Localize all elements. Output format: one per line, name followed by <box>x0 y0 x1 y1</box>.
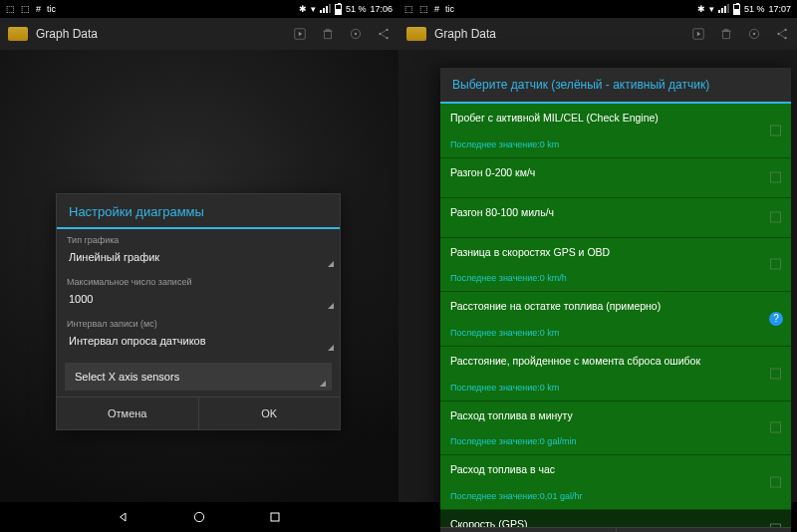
battery-label: 51 % <box>744 4 765 14</box>
svg-point-12 <box>777 33 779 35</box>
wifi-icon: ▾ <box>709 4 714 14</box>
notif-icon: ⬚ <box>21 4 30 14</box>
sensor-item[interactable]: Расстояние на остатке топлива (примерно)… <box>440 292 791 347</box>
battery-icon <box>733 4 740 15</box>
field-label-type: Тип графика <box>57 229 340 247</box>
back-icon[interactable] <box>116 509 132 525</box>
bluetooth-icon: ✱ <box>697 4 705 14</box>
dialog-title: Настройки диаграммы <box>57 194 340 229</box>
app-title: Graph Data <box>36 27 285 41</box>
bluetooth-icon: ✱ <box>299 4 307 14</box>
ok-button[interactable]: OK <box>199 398 341 429</box>
checkbox-icon[interactable] <box>770 259 781 270</box>
field-label-interval: Интервал записи (мс) <box>57 313 340 331</box>
checkbox-icon[interactable] <box>770 368 781 379</box>
svg-point-2 <box>355 33 357 35</box>
play-icon[interactable] <box>293 27 307 41</box>
signal-icon <box>718 4 729 15</box>
trash-icon[interactable] <box>719 27 733 41</box>
svg-point-4 <box>379 33 381 35</box>
notif-icon: ⬚ <box>404 4 413 14</box>
status-bar: ⬚ ⬚ # tic ✱ ▾ 51 % 17:07 <box>398 0 797 18</box>
notif-icon: ⬚ <box>419 4 428 14</box>
sensor-item[interactable]: Расход топлива в час Последнее значение:… <box>440 455 791 510</box>
select-x-axis-button[interactable]: Select X axis sensors <box>65 363 332 391</box>
app-bar: Graph Data <box>0 18 398 50</box>
max-records-spinner[interactable]: 1000 <box>57 289 340 313</box>
svg-point-5 <box>386 37 388 39</box>
chart-type-spinner[interactable]: Линейный график <box>57 247 340 271</box>
svg-point-11 <box>784 29 786 31</box>
signal-icon <box>320 4 331 15</box>
target-icon[interactable] <box>747 27 761 41</box>
sensor-item[interactable]: Пробег с активной MIL/CEL (Check Engine)… <box>440 104 791 158</box>
sensor-item[interactable]: Разница в скоростях GPS и OBD Последнее … <box>440 238 791 293</box>
svg-point-6 <box>194 512 203 521</box>
chart-settings-dialog: Настройки диаграммы Тип графика Линейный… <box>56 193 341 430</box>
svg-point-10 <box>753 33 755 35</box>
cancel-button[interactable]: Отмена <box>57 398 199 429</box>
app-bar: Graph Data <box>398 18 797 50</box>
interval-spinner[interactable]: Интервал опроса датчиков <box>57 331 340 355</box>
carrier-label: tic <box>47 4 56 14</box>
checkbox-icon[interactable] <box>770 524 781 527</box>
sensor-select-dialog: Выберите датчик (зелёный - активный датч… <box>440 68 791 532</box>
target-icon[interactable] <box>349 27 363 41</box>
recents-icon[interactable] <box>267 509 283 525</box>
share-icon[interactable] <box>775 27 789 41</box>
checkbox-icon[interactable] <box>770 212 781 223</box>
app-icon <box>406 27 426 41</box>
sensor-item[interactable]: Скорость (GPS) <box>440 510 791 527</box>
notif-icon: ⬚ <box>6 4 15 14</box>
app-icon <box>8 27 28 41</box>
play-icon[interactable] <box>691 27 705 41</box>
svg-point-3 <box>386 29 388 31</box>
home-icon[interactable] <box>191 509 207 525</box>
share-icon[interactable] <box>377 27 391 41</box>
battery-icon <box>335 4 342 15</box>
status-bar: ⬚ ⬚ # tic ✱ ▾ 51 % 17:06 <box>0 0 398 18</box>
clock: 17:07 <box>768 4 791 14</box>
sensor-item[interactable]: Разгон 0-200 км/ч <box>440 158 791 198</box>
wifi-icon: ▾ <box>311 4 316 14</box>
hash-icon: # <box>36 4 41 14</box>
checkbox-icon[interactable] <box>770 125 781 135</box>
dialog-title: Выберите датчик (зелёный - активный датч… <box>440 68 791 104</box>
cancel-button[interactable]: Отмена <box>440 528 617 532</box>
field-label-max: Максимальное число записей <box>57 271 340 289</box>
sensor-item[interactable]: Расстояние, пройденное с момента сброса … <box>440 347 791 401</box>
sensor-item[interactable]: Разгон 80-100 миль/ч <box>440 198 791 238</box>
ok-button[interactable]: OK <box>617 528 792 532</box>
trash-icon[interactable] <box>321 27 335 41</box>
app-title: Graph Data <box>434 27 683 41</box>
carrier-label: tic <box>445 4 454 14</box>
sensor-list[interactable]: Пробег с активной MIL/CEL (Check Engine)… <box>440 104 791 527</box>
clock: 17:06 <box>370 4 393 14</box>
svg-point-13 <box>784 37 786 39</box>
checkbox-icon[interactable] <box>770 477 781 488</box>
hash-icon: # <box>434 4 439 14</box>
battery-label: 51 % <box>346 4 367 14</box>
checkbox-icon[interactable] <box>770 172 781 183</box>
svg-rect-7 <box>271 513 279 521</box>
checkbox-icon[interactable] <box>770 422 781 433</box>
nav-bar <box>0 502 398 532</box>
help-icon[interactable]: ? <box>769 312 783 326</box>
sensor-item[interactable]: Расход топлива в минуту Последнее значен… <box>440 401 791 456</box>
